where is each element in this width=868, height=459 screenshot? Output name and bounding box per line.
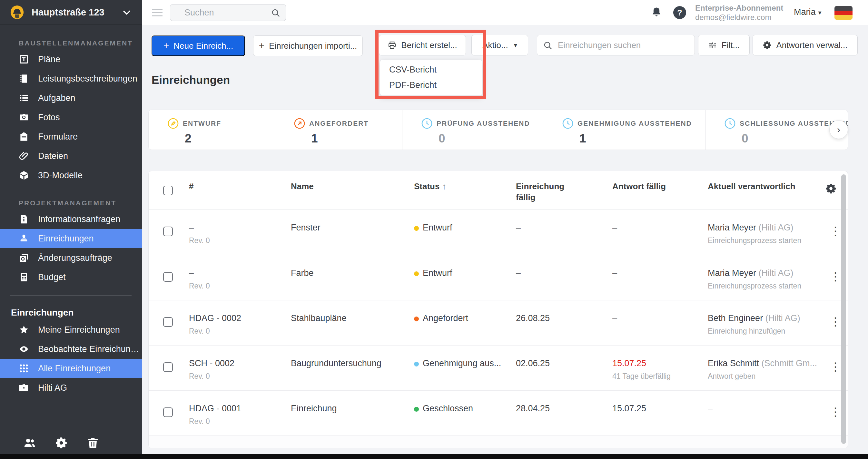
cell-response-due: 15.07.25 xyxy=(612,358,646,368)
language-flag-german-icon[interactable] xyxy=(834,6,852,20)
cell-response-due: 15.07.25 xyxy=(612,403,646,414)
sidebar-item-all-submittals[interactable]: Alle Einreichungen xyxy=(0,359,142,378)
cell-submittal-due: 28.04.25 xyxy=(516,403,550,414)
stat-card-entwurf[interactable]: ENTWURF 2 xyxy=(149,110,275,150)
row-menu-button[interactable]: ⋮ xyxy=(830,405,841,419)
stat-card-genehmigung-ausstehend[interactable]: GENEHMIGUNG AUSSTEHEND 1 xyxy=(543,110,705,150)
row-checkbox[interactable] xyxy=(163,407,173,417)
cell-responsible: Maria Meyer (Hilti AG) xyxy=(708,268,794,278)
app-root: Hauptstraße 123 BAUSTELLENMANAGEMENT Plä… xyxy=(0,0,868,459)
user-menu[interactable]: Maria▾ xyxy=(794,7,822,17)
plus-icon: + xyxy=(259,41,265,50)
sidebar-item-forms[interactable]: Formulare xyxy=(0,127,142,146)
caret-down-icon: ▾ xyxy=(818,9,822,16)
menu-item-csv-report[interactable]: CSV-Bericht xyxy=(380,62,482,77)
cell-submittal-due: 26.08.25 xyxy=(516,313,550,323)
sidebar-item-plans[interactable]: Pläne xyxy=(0,50,142,69)
row-menu-button[interactable]: ⋮ xyxy=(830,360,841,374)
sidebar-item-hilti-ag[interactable]: Hilti AG xyxy=(0,378,142,397)
row-checkbox[interactable] xyxy=(163,362,173,372)
column-header-response-due[interactable]: Antwort fällig xyxy=(612,181,666,192)
column-header-responsible[interactable]: Aktuell verantwortlich xyxy=(708,181,796,192)
table-row[interactable]: HDAG - 0002 Rev. 0 Stahlbaupläne Angefor… xyxy=(149,300,848,345)
stamp-icon xyxy=(19,233,29,244)
generate-report-button[interactable]: Bericht erstel... xyxy=(379,35,466,56)
people-icon[interactable] xyxy=(23,436,36,449)
stats-next-button[interactable]: › xyxy=(829,120,848,139)
table-settings-gear-icon[interactable] xyxy=(825,183,837,194)
gear-icon[interactable] xyxy=(55,436,68,449)
new-submittal-button[interactable]: + Neue Einreich... xyxy=(152,35,245,56)
actions-button[interactable]: Aktio... ▾ xyxy=(471,35,528,56)
cell-responsible: Erika Schmitt (Schmitt Gm... xyxy=(708,358,817,368)
cell-revision: Rev. 0 xyxy=(189,236,210,245)
sidebar-item-tasks[interactable]: Aufgaben xyxy=(0,88,142,108)
chevron-down-icon xyxy=(121,7,132,18)
cell-response-due: – xyxy=(612,223,617,233)
sidebar-item-my-submittals[interactable]: Meine Einreichungen xyxy=(0,320,142,339)
cell-action-hint[interactable]: Einreichung hinzufügen xyxy=(708,327,785,335)
stat-card-angefordert[interactable]: ANGEFORDERT 1 xyxy=(275,110,402,150)
column-header-num[interactable]: # xyxy=(189,181,193,192)
row-checkbox[interactable] xyxy=(163,272,173,282)
sidebar-item-watched-submittals[interactable]: Beobachtete Einreichung... xyxy=(0,339,142,359)
global-search-input[interactable] xyxy=(184,4,265,21)
account-email: demos@fieldwire.com xyxy=(695,13,789,22)
trash-icon[interactable] xyxy=(86,436,99,449)
stat-card-pruefung-ausstehend[interactable]: PRÜFUNG AUSSTEHEND 0 xyxy=(402,110,543,150)
cell-responsible: Maria Meyer (Hilti AG) xyxy=(708,223,794,233)
column-header-submittal-due[interactable]: Einreichung fällig xyxy=(516,181,564,203)
sidebar-item-budget[interactable]: Budget xyxy=(0,267,142,287)
row-menu-button[interactable]: ⋮ xyxy=(830,224,841,238)
table-row[interactable]: SCH - 0002 Rev. 0 Baugrunduntersuchung G… xyxy=(149,345,848,390)
stat-card-schliessung-ausstehend[interactable]: SCHLIESSUNG AUSSTEHEND 0 xyxy=(705,110,848,150)
cell-name: Fenster xyxy=(291,223,320,233)
report-dropdown-menu: CSV-Bericht PDF-Bericht xyxy=(380,60,483,96)
row-menu-button[interactable]: ⋮ xyxy=(830,315,841,329)
row-menu-button[interactable]: ⋮ xyxy=(830,269,841,284)
import-submittals-button[interactable]: + Einreichungen importi... xyxy=(253,35,363,56)
cell-number: – xyxy=(189,268,194,278)
cell-revision: Rev. 0 xyxy=(189,417,210,426)
menu-item-pdf-report[interactable]: PDF-Bericht xyxy=(380,77,482,93)
row-checkbox[interactable] xyxy=(163,317,173,327)
cell-action-hint[interactable]: Antwort geben xyxy=(708,372,755,381)
submittal-search-input[interactable] xyxy=(558,35,687,55)
sidebar-item-files[interactable]: Dateien xyxy=(0,146,142,166)
table-row[interactable]: – Rev. 0 Farbe Entwurf – – Maria Meyer (… xyxy=(149,255,848,300)
pencil-circle-icon xyxy=(167,118,179,129)
table-scrollbar[interactable] xyxy=(841,174,846,444)
cell-action-hint[interactable]: Einreichungsprozess starten xyxy=(708,236,801,245)
column-header-status[interactable]: Status↑ xyxy=(414,181,446,192)
notebook-icon xyxy=(19,73,29,84)
filter-button[interactable]: Filt... xyxy=(698,35,750,56)
table-row[interactable]: – Rev. 0 Fenster Entwurf – – Maria Meyer… xyxy=(149,210,848,255)
row-checkbox[interactable] xyxy=(163,227,173,236)
sidebar-item-rfis[interactable]: Informationsanfragen xyxy=(0,209,142,229)
help-icon[interactable]: ? xyxy=(673,6,686,19)
submittals-subsection-title: Einreichungen xyxy=(0,305,142,320)
notifications-bell-icon[interactable] xyxy=(651,6,662,19)
sidebar-item-3d-models[interactable]: 3D-Modelle xyxy=(0,166,142,185)
sidebar-item-specifications[interactable]: Leistungsbeschreibungen xyxy=(0,69,142,88)
sidebar-nav-project: Informationsanfragen Einreichungen Änder… xyxy=(0,209,142,287)
cell-action-hint[interactable]: Einreichungsprozess starten xyxy=(708,282,801,290)
manage-responses-button[interactable]: Antworten verwal... xyxy=(752,35,858,56)
subscription-plan: Enterprise-Abonnement xyxy=(695,3,789,13)
select-all-checkbox[interactable] xyxy=(163,186,173,195)
sidebar-item-change-orders[interactable]: Änderungsaufträge xyxy=(0,248,142,267)
column-header-name[interactable]: Name xyxy=(291,181,314,192)
topbar: ? Enterprise-Abonnement demos@fieldwire.… xyxy=(142,0,868,25)
hamburger-menu-icon[interactable] xyxy=(152,8,163,18)
project-switcher[interactable]: Hauptstraße 123 xyxy=(0,0,142,25)
sidebar-item-submittals[interactable]: Einreichungen xyxy=(0,229,142,248)
clipboard-icon xyxy=(19,132,29,142)
search-icon xyxy=(543,41,553,50)
sidebar-item-photos[interactable]: Fotos xyxy=(0,108,142,127)
table-row[interactable]: HDAG - 0001 Rev. 0 Einreichung Geschloss… xyxy=(149,390,848,435)
stat-value: 1 xyxy=(543,132,705,145)
submittals-table: # Name Status↑ Einreichung fällig Antwor… xyxy=(148,171,848,448)
sidebar-nav-submittals: Meine Einreichungen Beobachtete Einreich… xyxy=(0,320,142,397)
sidebar-nav-site: Pläne Leistungsbeschreibungen Aufgaben F… xyxy=(0,50,142,185)
project-name: Hauptstraße 123 xyxy=(32,7,121,18)
